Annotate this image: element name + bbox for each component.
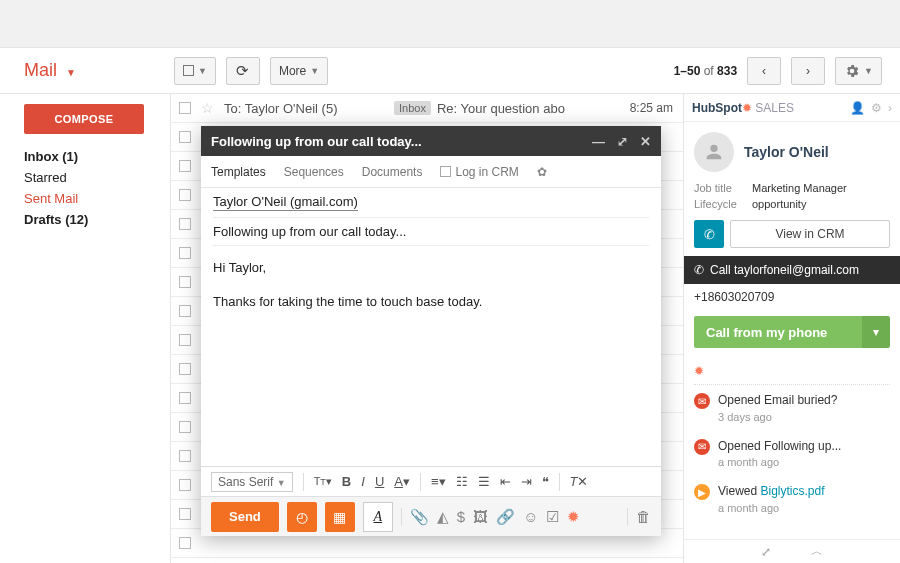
inbox-tag: Inbox (394, 101, 431, 115)
meetings-button[interactable]: ▦ (325, 502, 355, 532)
compose-settings-icon[interactable]: ✿ (537, 165, 547, 179)
mail-sidebar: COMPOSE Inbox (1) Starred Sent Mail Draf… (0, 94, 170, 563)
font-select[interactable]: Sans Serif ▼ (211, 472, 293, 492)
star-icon[interactable]: ☆ (201, 100, 214, 116)
divider (401, 508, 402, 526)
hubspot-footer: ⤢ ︿ (684, 539, 900, 563)
row-checkbox[interactable] (179, 102, 191, 114)
sidebar-item-sent[interactable]: Sent Mail (24, 188, 170, 209)
close-icon[interactable]: ✕ (640, 134, 651, 149)
sidebar-item-drafts[interactable]: Drafts (12) (24, 209, 170, 230)
tab-sequences[interactable]: Sequences (284, 165, 344, 179)
caret-down-icon: ▼ (66, 67, 76, 78)
subject-field[interactable]: Following up from our call today... (201, 218, 661, 245)
hubspot-icon[interactable]: ✹ (567, 508, 580, 526)
sidebar-item-inbox[interactable]: Inbox (1) (24, 146, 170, 167)
document-view-icon: ▶ (694, 484, 710, 500)
call-icon-button[interactable]: ✆ (694, 220, 724, 248)
bold-icon[interactable]: B (342, 474, 351, 489)
recipient-chip[interactable]: Taylor O'Neil (gmail.com) (213, 194, 358, 211)
photo-icon[interactable]: 🖼 (473, 508, 488, 525)
link-icon[interactable]: 🔗 (496, 508, 515, 526)
select-all-dropdown[interactable]: ▼ (174, 57, 216, 85)
avatar (694, 132, 734, 172)
job-title-value: Marketing Manager (752, 182, 890, 194)
compose-titlebar[interactable]: Following up from our call today... — ⤢ … (201, 126, 661, 156)
mail-label: Mail (24, 60, 57, 80)
money-icon[interactable]: $ (457, 508, 465, 525)
global-header (0, 0, 900, 48)
send-button[interactable]: Send (211, 502, 279, 532)
compose-body[interactable]: Hi Taylor, Thanks for taking the time to… (201, 246, 661, 466)
activity-item[interactable]: ✉ Opened Email buried? 3 days ago (694, 385, 890, 431)
compose-button[interactable]: COMPOSE (24, 104, 144, 134)
align-icon[interactable]: ≡▾ (431, 474, 446, 489)
caret-down-icon: ▼ (864, 66, 873, 76)
unordered-list-icon[interactable]: ☰ (478, 474, 490, 489)
view-in-crm-button[interactable]: View in CRM (730, 220, 890, 248)
tab-templates[interactable]: Templates (211, 165, 266, 179)
clock-icon: ◴ (296, 509, 308, 525)
task-icon[interactable]: ☑ (546, 508, 559, 526)
call-bar-text: Call taylorfoneil@gmail.com (710, 263, 859, 277)
formatting-toggle[interactable]: A (363, 502, 393, 532)
font-size-icon[interactable]: TT▾ (314, 475, 332, 488)
italic-icon[interactable]: I (361, 474, 365, 489)
activity-item[interactable]: ▶ Viewed Biglytics.pdf a month ago (694, 476, 890, 522)
hubspot-panel: HubSpot✹ SALES 👤 ⚙ › Taylor O'Neil Job t… (684, 94, 900, 563)
caret-down-icon: ▼ (310, 66, 319, 76)
email-open-icon: ✉ (694, 393, 710, 409)
tab-documents[interactable]: Documents (362, 165, 423, 179)
activity-time: a month ago (718, 456, 841, 468)
quote-icon[interactable]: ❝ (542, 474, 549, 489)
trash-icon[interactable]: 🗑 (636, 508, 651, 525)
expand-left-icon[interactable]: ⤢ (761, 545, 771, 559)
message-row[interactable]: ☆ To: Taylor O'Neil (5) Inbox Re: Your q… (171, 94, 683, 123)
call-from-phone-button[interactable]: Call from my phone ▾ (694, 316, 890, 348)
attach-icon[interactable]: 📎 (410, 508, 429, 526)
hubspot-contact: Taylor O'Neil (684, 122, 900, 182)
refresh-icon: ⟳ (236, 62, 249, 80)
prev-page-button[interactable]: ‹ (747, 57, 781, 85)
hubspot-gear-icon[interactable]: ⚙ (871, 101, 882, 115)
caret-down-icon[interactable]: ▾ (862, 316, 890, 348)
underline-icon[interactable]: U (375, 474, 384, 489)
settings-button[interactable]: ▼ (835, 57, 882, 85)
log-in-crm-checkbox[interactable]: Log in CRM (440, 165, 518, 179)
collapse-up-icon[interactable]: ︿ (811, 543, 823, 560)
emoji-icon[interactable]: ☺ (523, 508, 538, 525)
ordered-list-icon[interactable]: ☷ (456, 474, 468, 489)
contact-meta: Job title Marketing Manager Lifecycle op… (684, 182, 900, 220)
gear-icon (844, 63, 860, 79)
mail-switcher[interactable]: Mail ▼ (24, 60, 174, 81)
compose-window: Following up from our call today... — ⤢ … (201, 126, 661, 536)
sidebar-item-starred[interactable]: Starred (24, 167, 170, 188)
refresh-button[interactable]: ⟳ (226, 57, 260, 85)
phone-icon: ✆ (704, 227, 715, 242)
hubspot-user-icon[interactable]: 👤 (850, 101, 865, 115)
activity-head: ✹ (694, 360, 890, 385)
indent-less-icon[interactable]: ⇤ (500, 474, 511, 489)
minimize-icon[interactable]: — (592, 134, 605, 149)
popout-icon[interactable]: ⤢ (617, 134, 628, 149)
to-field[interactable]: Taylor O'Neil (gmail.com) (201, 188, 661, 217)
phone-number[interactable]: +18603020709 (684, 284, 900, 310)
text-color-icon[interactable]: A▾ (394, 474, 410, 489)
divider (627, 508, 628, 526)
message-subject: Re: Your question abo (437, 101, 630, 116)
send-later-button[interactable]: ◴ (287, 502, 317, 532)
activity-item[interactable]: ✉ Opened Following up... a month ago (694, 431, 890, 477)
checkbox-icon (440, 166, 451, 177)
divider (303, 473, 304, 491)
indent-more-icon[interactable]: ⇥ (521, 474, 532, 489)
drive-icon[interactable]: ◭ (437, 508, 449, 526)
calendar-icon: ▦ (333, 509, 346, 525)
hubspot-header: HubSpot✹ SALES 👤 ⚙ › (684, 94, 900, 122)
hubspot-collapse-icon[interactable]: › (888, 101, 892, 115)
chevron-left-icon: ‹ (762, 64, 766, 78)
activity-time: 3 days ago (718, 411, 837, 423)
more-button[interactable]: More ▼ (270, 57, 328, 85)
clear-format-icon[interactable]: T✕ (570, 474, 589, 489)
next-page-button[interactable]: › (791, 57, 825, 85)
compose-tabs: Templates Sequences Documents Log in CRM… (201, 156, 661, 188)
